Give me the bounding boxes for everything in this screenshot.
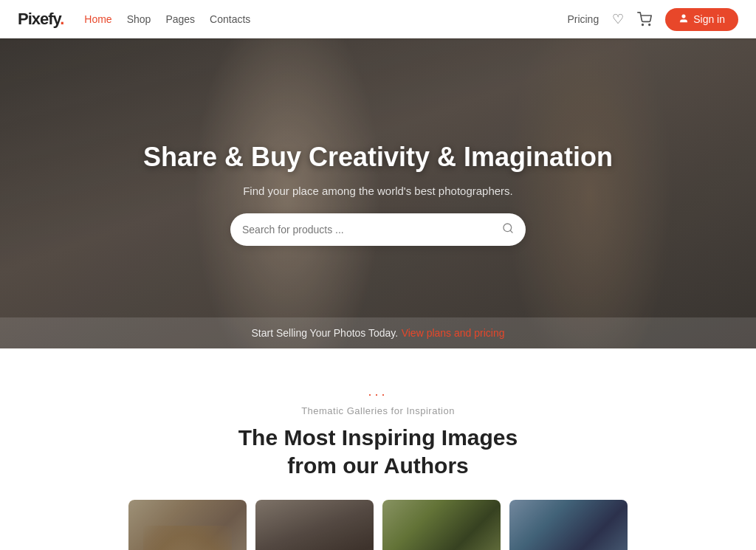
heart-icon[interactable]: ♡ [612, 11, 624, 27]
travel-overlay [509, 500, 628, 550]
gallery-card-travel[interactable]: Travel [509, 500, 628, 550]
section-title: The Most Inspiring Images from our Autho… [18, 424, 738, 479]
svg-point-2 [682, 14, 686, 18]
hero-footer: Start Selling Your Photos Today. View pl… [0, 317, 756, 348]
gallery-card-fashion[interactable]: Fashion [255, 500, 374, 550]
navbar: Pixefy. Home Shop Pages Contacts Pricing… [0, 0, 756, 38]
section-dots: ... [18, 384, 738, 399]
search-icon [502, 222, 514, 237]
hero-search-bar[interactable] [230, 213, 526, 246]
hero-footer-text: Start Selling Your Photos Today. [251, 327, 398, 339]
navbar-right: Pricing ♡ Sign in [567, 8, 738, 31]
logo[interactable]: Pixefy. [18, 10, 63, 29]
navbar-left: Pixefy. Home Shop Pages Contacts [18, 10, 250, 29]
fashion-overlay [255, 500, 374, 550]
nav-link-contacts[interactable]: Contacts [210, 13, 250, 25]
pricing-link[interactable]: Pricing [567, 13, 599, 25]
svg-point-0 [642, 24, 644, 26]
hero-footer-link[interactable]: View plans and pricing [402, 327, 505, 339]
svg-line-4 [510, 230, 512, 233]
gallery-card-nature[interactable]: Nature [382, 500, 501, 550]
cart-icon[interactable] [637, 12, 652, 27]
nav-link-pages[interactable]: Pages [165, 13, 195, 25]
hero-content: Share & Buy Creativity & Imagination Fin… [143, 141, 613, 246]
hero-title: Share & Buy Creativity & Imagination [143, 141, 613, 173]
user-icon [678, 13, 689, 26]
signin-button[interactable]: Sign in [665, 8, 738, 31]
gallery-card-family[interactable]: Family [128, 500, 247, 550]
nav-link-shop[interactable]: Shop [127, 13, 151, 25]
nature-overlay [382, 500, 501, 550]
nav-links: Home Shop Pages Contacts [84, 13, 250, 25]
hero-section: Share & Buy Creativity & Imagination Fin… [0, 38, 756, 348]
search-input[interactable] [242, 224, 502, 236]
svg-point-1 [649, 24, 650, 26]
section-subtitle: Thematic Galleries for Inspiration [18, 405, 738, 416]
logo-dot: . [60, 10, 63, 28]
gallery-grid: Family Fashion Nature Travel [18, 500, 738, 550]
nav-link-home[interactable]: Home [84, 13, 111, 25]
signin-label: Sign in [693, 13, 725, 25]
gallery-section: ... Thematic Galleries for Inspiration T… [0, 348, 756, 550]
hero-subtitle: Find your place among the world's best p… [243, 185, 513, 197]
family-overlay [128, 500, 247, 550]
